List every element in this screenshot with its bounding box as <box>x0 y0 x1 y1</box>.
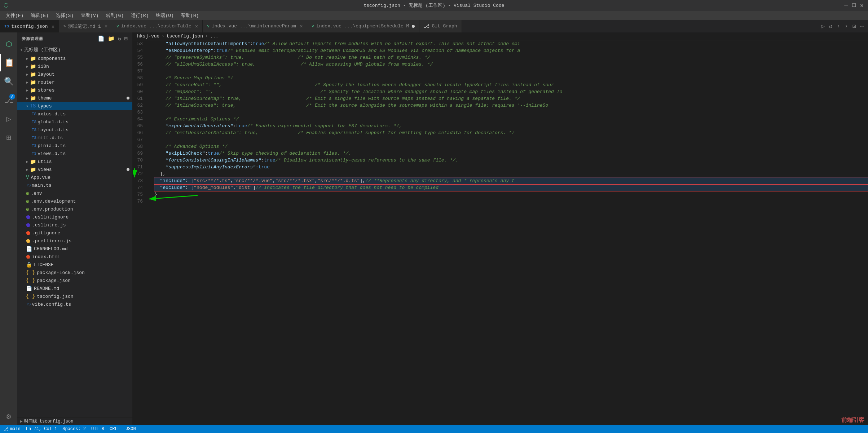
tree-item-package-json[interactable]: { } package.json <box>17 277 132 284</box>
status-encoding[interactable]: UTF-8 <box>91 427 104 432</box>
tree-item-axios-d-ts[interactable]: TS axios.d.ts <box>17 110 132 118</box>
status-position[interactable]: Ln 74, Col 1 <box>26 427 57 432</box>
tab-index3[interactable]: V index.vue ...\equipmentSchedule M <box>307 20 419 32</box>
menu-file[interactable]: 文件(F) <box>3 12 26 19</box>
activity-icon-git[interactable]: ⎇ A <box>0 92 17 109</box>
code-token: /* Advanced Options */ <box>166 143 228 150</box>
search-icon: 🔍 <box>4 77 14 87</box>
tab-tsconfig[interactable]: TS tsconfig.json ✕ <box>0 20 59 32</box>
menu-edit[interactable]: 编辑(E) <box>28 12 51 19</box>
menu-select[interactable]: 选择(S) <box>53 12 76 19</box>
status-language[interactable]: JSON <box>125 427 136 432</box>
split-editor-icon[interactable]: ⊡ <box>851 21 858 31</box>
menu-help[interactable]: 帮助(H) <box>178 12 202 19</box>
collapse-icon[interactable]: ⊟ <box>124 35 128 42</box>
tree-item-readme[interactable]: 📄 README.md <box>17 284 132 292</box>
tree-item-env-prod[interactable]: ⚙ .env.production <box>17 205 132 213</box>
tree-item-router[interactable]: ▶ 📁 router <box>17 78 132 86</box>
tab-gitgraph[interactable]: ⎇ Git Graph <box>419 20 462 32</box>
tab-notes[interactable]: ✎ 测试笔记.md 1 ✕ <box>59 20 112 32</box>
maximize-button[interactable]: □ <box>851 3 856 8</box>
activity-icon-debug[interactable]: ▷ <box>0 110 17 128</box>
close-button[interactable]: ✕ <box>859 3 864 8</box>
tree-item-eslintrc[interactable]: ⬟ .eslintrc.js <box>17 221 132 229</box>
tree-item-types[interactable]: ▾ TS types <box>17 102 132 110</box>
tree-item-views-d-ts[interactable]: TS views.d.ts <box>17 150 132 158</box>
menu-goto[interactable]: 转到(G) <box>103 12 127 19</box>
tab-index1[interactable]: V index.vue ...\customTable ✕ <box>112 20 203 32</box>
tab-close-index2[interactable]: ✕ <box>300 23 303 29</box>
activity-icon-extensions[interactable]: ⊞ <box>0 129 17 146</box>
code-container[interactable]: 53 54 55 56 57 58 59 60 61 62 63 64 65 6… <box>133 40 868 425</box>
line-num-68: 68 <box>133 143 146 150</box>
more-options-icon[interactable]: ⋯ <box>859 21 865 31</box>
minimize-button[interactable]: ─ <box>843 3 849 8</box>
line-num-61: 61 <box>133 95 146 102</box>
breadcrumb-item-3[interactable]: ... <box>210 34 218 39</box>
tab-index2[interactable]: V index.vue ...\maintenanceParam ✕ <box>203 20 307 32</box>
chevron-types: ▾ <box>26 104 28 109</box>
activity-icon-explorer[interactable]: 📋 <box>0 54 17 71</box>
tree-item-mitt-d-ts[interactable]: TS mitt.d.ts <box>17 134 132 142</box>
tree-item-package-lock[interactable]: { } package-lock.json <box>17 269 132 277</box>
activity-icon-logo[interactable]: ⬡ <box>0 35 17 53</box>
run-icon[interactable]: ▷ <box>820 21 826 31</box>
tree-item-prettierrc[interactable]: ⬟ .prettierrc.js <box>17 237 132 245</box>
tree-item-layout-d-ts[interactable]: TS layout.d.ts <box>17 126 132 134</box>
tree-item-global-d-ts[interactable]: TS global.d.ts <box>17 118 132 126</box>
line-num-56: 56 <box>133 61 146 68</box>
title-bar-controls[interactable]: ─ □ ✕ <box>843 3 864 8</box>
tree-item-index-html[interactable]: ⬟ index.html <box>17 253 132 261</box>
tree-item-vite-config[interactable]: TS vite.config.ts <box>17 300 132 308</box>
workspace-root[interactable]: ▾ 无标题 (工作区) <box>17 45 132 54</box>
timeline-chevron: ▶ <box>20 419 23 424</box>
tab-close-index1[interactable]: ✕ <box>195 23 198 29</box>
menu-run[interactable]: 运行(R) <box>128 12 151 19</box>
tree-item-tsconfig-json[interactable]: { } tsconfig.json <box>17 292 132 300</box>
new-folder-icon[interactable]: 📁 <box>108 35 115 42</box>
revert-icon[interactable]: ↺ <box>828 21 834 31</box>
breadcrumb-item-2[interactable]: tsconfig.json <box>167 34 203 39</box>
tree-item-utils[interactable]: ▶ 📁 utils <box>17 158 132 165</box>
code-token: ] <box>253 184 256 191</box>
tree-item-main-ts[interactable]: TS main.ts <box>17 181 132 189</box>
tree-item-layout[interactable]: ▶ 📁 layout <box>17 70 132 78</box>
code-token: : <box>213 47 216 54</box>
code-token: "exclude" <box>160 184 185 191</box>
eslint-ignore-icon: ⬟ <box>26 214 30 220</box>
tree-item-theme[interactable]: ▶ 📁 theme <box>17 94 132 102</box>
tree-item-gitignore[interactable]: ⬟ .gitignore <box>17 229 132 237</box>
status-spaces[interactable]: Spaces: 2 <box>62 427 86 432</box>
code-content[interactable]: "allowSyntheticDefaultImports" : true /*… <box>151 40 868 425</box>
timeline-bar[interactable]: ▶ 时间线 tsconfig.json <box>17 417 132 425</box>
tab-close-tsconfig[interactable]: ✕ <box>52 23 54 30</box>
tree-item-license[interactable]: 🔒 LICENSE <box>17 261 132 269</box>
json-icon-package: { } <box>26 278 35 283</box>
activity-icon-settings[interactable]: ⚙ <box>0 408 17 425</box>
tree-item-views[interactable]: ▶ 📁 views <box>17 165 132 173</box>
tree-label-package-lock: package-lock.json <box>37 270 85 275</box>
tree-item-env-dev[interactable]: ⚙ .env.development <box>17 197 132 205</box>
menu-terminal[interactable]: 终端(U) <box>153 12 176 19</box>
tree-item-eslintignore[interactable]: ⬟ .eslintignore <box>17 213 132 221</box>
tree-item-stores[interactable]: ▶ 📁 stores <box>17 86 132 94</box>
nav-forward-icon[interactable]: › <box>843 22 850 31</box>
tree-item-i18n[interactable]: ▶ 📁 i18n <box>17 62 132 70</box>
code-line-69: "skipLibCheck" : true /* Skip type check… <box>154 150 868 157</box>
nav-back-icon[interactable]: ‹ <box>836 22 842 31</box>
breadcrumb-item-1[interactable]: hksj-vue <box>137 34 159 39</box>
status-branch[interactable]: ⎇ main <box>4 427 21 432</box>
tree-label-views: views <box>38 167 52 172</box>
tab-close-notes[interactable]: ✕ <box>105 23 107 29</box>
tree-item-env[interactable]: ⚙ .env <box>17 189 132 197</box>
menu-view[interactable]: 查看(V) <box>78 12 101 19</box>
tree-item-app-vue[interactable]: V App.vue <box>17 173 132 181</box>
activity-icon-search[interactable]: 🔍 <box>0 73 17 90</box>
tree-item-pinia-d-ts[interactable]: TS pinia.d.ts <box>17 142 132 150</box>
status-eol[interactable]: CRLF <box>110 427 120 432</box>
refresh-icon[interactable]: ↻ <box>118 35 122 42</box>
new-file-icon[interactable]: 📄 <box>98 35 105 42</box>
tree-label-package-json: package.json <box>37 278 71 283</box>
tree-item-components[interactable]: ▶ 📁 components <box>17 54 132 62</box>
tree-item-changelog[interactable]: 📄 CHANGELOG.md <box>17 245 132 253</box>
